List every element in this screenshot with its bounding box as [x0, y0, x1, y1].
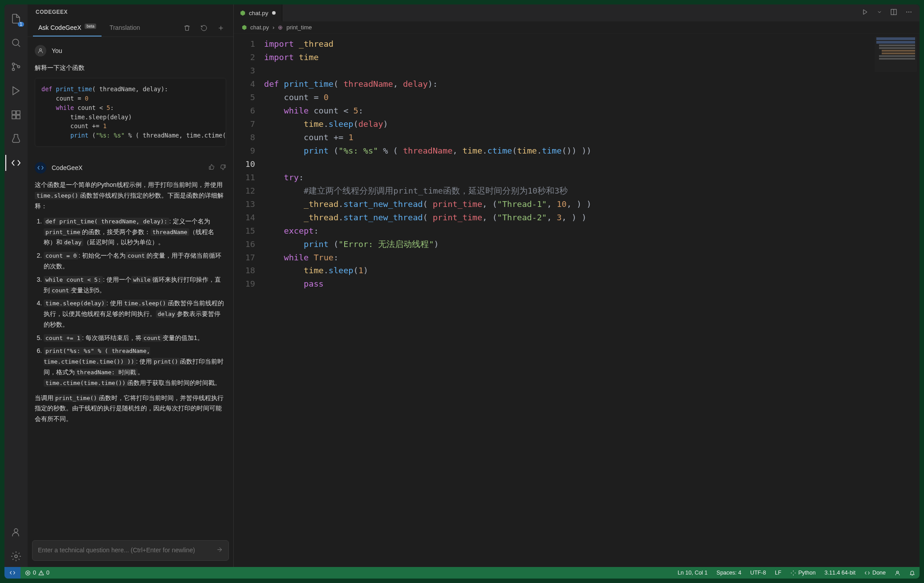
breadcrumbs[interactable]: ⬢ chat.py › ⊕ print_time	[234, 21, 920, 34]
explorer-icon[interactable]: 1	[5, 8, 27, 29]
svg-point-8	[14, 529, 18, 532]
status-spaces[interactable]: Spaces: 4	[712, 567, 746, 579]
svg-rect-4	[12, 111, 16, 114]
remote-icon[interactable]	[4, 567, 20, 579]
status-done[interactable]: Done	[860, 567, 890, 579]
svg-point-14	[911, 12, 912, 12]
python-icon: ⬢	[240, 9, 245, 16]
minimap[interactable]	[875, 36, 917, 72]
python-icon: ⬢	[242, 24, 247, 31]
search-icon[interactable]	[5, 32, 27, 53]
more-icon[interactable]	[905, 8, 912, 17]
status-feedback-icon[interactable]	[890, 567, 905, 579]
send-icon[interactable]	[216, 546, 223, 555]
function-icon: ⊕	[278, 24, 283, 31]
status-bell-icon[interactable]	[905, 567, 920, 579]
svg-point-16	[896, 571, 898, 573]
activity-bar: 1	[4, 4, 28, 567]
user-label: You	[52, 47, 62, 54]
chat-input[interactable]	[32, 540, 229, 561]
svg-point-13	[908, 12, 909, 12]
bot-message: CodeGeeX 这个函数是一个简单的Python线程示例，用于打印当前时间，并…	[28, 158, 233, 433]
thumbs-down-icon[interactable]	[220, 164, 226, 172]
run-icon[interactable]	[862, 8, 869, 17]
explorer-badge: 1	[18, 22, 24, 27]
bot-avatar	[35, 162, 46, 174]
add-icon[interactable]	[214, 21, 228, 35]
status-language[interactable]: Python	[786, 567, 820, 579]
status-interpreter[interactable]: 3.11.4 64-bit	[820, 567, 860, 579]
run-debug-icon[interactable]	[5, 80, 27, 101]
svg-point-12	[906, 12, 907, 12]
editor-area: ⬢ chat.py ⬢ chat.py › ⊕ print_time	[234, 4, 920, 567]
breadcrumb-file: chat.py	[250, 24, 269, 31]
account-icon[interactable]	[5, 522, 27, 543]
status-problems[interactable]: 0 0	[20, 567, 54, 579]
status-encoding[interactable]: UTF-8	[746, 567, 770, 579]
svg-point-0	[12, 39, 19, 45]
modified-dot-icon	[272, 11, 276, 15]
editor-tab-chatpy[interactable]: ⬢ chat.py	[234, 4, 282, 21]
status-eol[interactable]: LF	[770, 567, 786, 579]
extensions-icon[interactable]	[5, 104, 27, 126]
bot-label: CodeGeeX	[52, 164, 82, 171]
code-text[interactable]: import _thread import time def print_tim…	[261, 34, 920, 567]
split-editor-icon[interactable]	[890, 8, 897, 17]
line-gutter: 12345678910111213141516171819	[234, 34, 261, 567]
svg-rect-7	[16, 115, 20, 119]
settings-icon[interactable]	[5, 546, 27, 567]
tab-translation[interactable]: Translation	[104, 20, 146, 36]
user-avatar	[35, 45, 46, 57]
code-editor[interactable]: 12345678910111213141516171819 import _th…	[234, 34, 920, 567]
svg-point-9	[15, 555, 17, 558]
testing-icon[interactable]	[5, 128, 27, 150]
delete-icon[interactable]	[180, 21, 194, 35]
user-code-block: def print_time( threadName, delay): coun…	[35, 78, 226, 147]
svg-point-10	[40, 49, 42, 51]
codegeex-icon[interactable]	[5, 152, 27, 174]
chat-input-field[interactable]	[38, 547, 211, 554]
svg-rect-5	[16, 111, 20, 114]
chevron-right-icon: ›	[273, 24, 274, 31]
user-message: You 解释一下这个函数 def print_time( threadName,…	[28, 40, 233, 158]
breadcrumb-function: print_time	[286, 24, 312, 31]
panel-title: CODEGEEX	[28, 4, 233, 20]
user-prompt: 解释一下这个函数	[35, 59, 226, 75]
tab-ask[interactable]: Ask CodeGeeX beta	[33, 20, 102, 36]
source-control-icon[interactable]	[5, 56, 27, 77]
bot-reply-text: 这个函数是一个简单的Python线程示例，用于打印当前时间，并使用time.sl…	[35, 176, 226, 426]
svg-point-2	[12, 69, 15, 71]
svg-point-1	[12, 63, 15, 65]
chat-panel: CODEGEEX Ask CodeGeeX beta Translation	[28, 4, 234, 567]
refresh-icon[interactable]	[197, 21, 211, 35]
svg-rect-6	[12, 115, 16, 119]
status-position[interactable]: Ln 10, Col 1	[673, 567, 712, 579]
status-bar: 0 0 Ln 10, Col 1 Spaces: 4 UTF-8 LF Pyth…	[4, 567, 920, 579]
editor-tabs: ⬢ chat.py	[234, 4, 920, 21]
thumbs-up-icon[interactable]	[208, 164, 215, 172]
editor-tab-label: chat.py	[249, 10, 269, 16]
panel-tabs: Ask CodeGeeX beta Translation	[28, 20, 233, 37]
chevron-down-icon[interactable]	[877, 8, 882, 17]
